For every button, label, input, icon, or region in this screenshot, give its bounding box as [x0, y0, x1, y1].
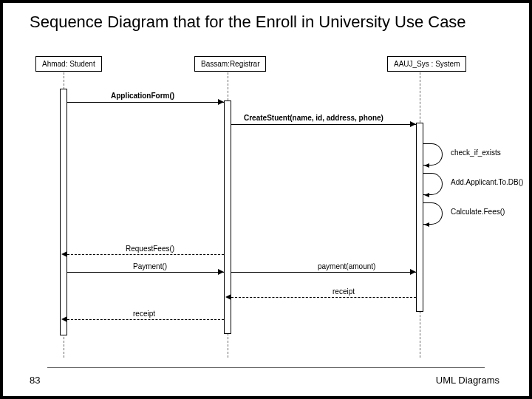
footer-divider: [47, 367, 485, 368]
msg-receipt2-label: receipt: [132, 310, 157, 318]
arrowhead-icon: [424, 193, 429, 197]
msg-payment-label: Payment(): [132, 262, 168, 270]
msg-receipt2-line: [67, 319, 224, 320]
msg-receipt1-line: [231, 297, 416, 298]
arrowhead-icon: [218, 99, 224, 105]
msg-payment-line: [67, 272, 224, 273]
footer-label: UML Diagrams: [436, 375, 499, 386]
lifeline-registrar-head: Bassam:Registrar: [194, 56, 266, 72]
msg-applicationform-line: [67, 102, 224, 103]
page-number: 83: [30, 375, 40, 386]
msg-receipt1-label: receipt: [331, 287, 356, 296]
selfmsg-addapplicant-label: Add.Applicant.To.DB(): [449, 178, 525, 186]
selfmsg-addapplicant-loop: [423, 173, 443, 195]
arrowhead-icon: [424, 222, 429, 227]
arrowhead-icon: [225, 294, 231, 300]
arrowhead-icon: [410, 269, 416, 275]
slide-title: Sequence Diagram that for the Enroll in …: [30, 12, 466, 33]
selfmsg-calculatefees-label: Calculate.Fees(): [449, 208, 506, 216]
msg-applicationform-label: ApplicationForm(): [109, 92, 176, 100]
sequence-diagram: Ahmad: Student Bassam:Registrar AAUJ_Sys…: [21, 56, 517, 359]
arrowhead-icon: [61, 251, 67, 257]
slide: Sequence Diagram that for the Enroll in …: [0, 0, 532, 399]
selfmsg-calculatefees-loop: [423, 202, 443, 225]
msg-createstudent-label: CreateStuent(name, id, address, phone): [242, 114, 385, 122]
msg-requestfees-label: RequestFees(): [124, 245, 176, 253]
arrowhead-icon: [424, 163, 429, 168]
activation-student: [60, 89, 67, 335]
activation-system: [416, 123, 423, 312]
msg-createstudent-line: [231, 124, 416, 125]
msg-paymentamount-label: payment(amount): [316, 262, 377, 270]
selfmsg-checkexists-loop: [423, 143, 443, 166]
arrowhead-icon: [410, 121, 416, 127]
arrowhead-icon: [61, 316, 67, 322]
arrowhead-icon: [218, 269, 224, 275]
lifeline-system-head: AAUJ_Sys : System: [387, 56, 466, 72]
msg-requestfees-line: [67, 254, 224, 255]
selfmsg-checkexists-label: check_if_exists: [449, 149, 502, 157]
msg-paymentamount-line: [231, 272, 416, 273]
lifeline-student-head: Ahmad: Student: [35, 56, 102, 72]
